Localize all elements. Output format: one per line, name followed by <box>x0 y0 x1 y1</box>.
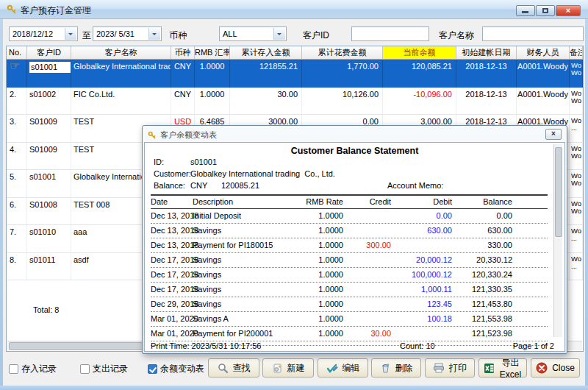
divider <box>151 194 548 196</box>
cell-currency: CNY <box>171 88 195 115</box>
statement-rate: 1.0000 <box>283 314 343 323</box>
checkbox-icon[interactable] <box>9 364 18 374</box>
edit-button[interactable]: 编辑 <box>318 358 368 377</box>
table-row[interactable]: ☞2. s01002 FIC Co.Ltd. CNY 1.0000 30.00 … <box>7 88 583 116</box>
statement-description: Payment for PI180015 <box>193 241 273 249</box>
search-button[interactable]: 查找 <box>208 358 259 377</box>
filter-checkbox[interactable]: 存入记录 <box>9 363 57 375</box>
checkbox-icon[interactable] <box>148 364 157 374</box>
column-header[interactable]: 客户ID <box>27 46 71 60</box>
total-label: Total: 8 <box>33 305 59 314</box>
date-to-value: 2023/ 5/31 <box>96 27 135 40</box>
statement-date: Mar 01, 2020 <box>151 314 198 323</box>
statement-balance: 121,553.98 <box>456 314 512 323</box>
statement-debit: 100.18 <box>395 314 452 323</box>
customer-id-input[interactable] <box>351 26 429 41</box>
chevron-down-icon[interactable] <box>148 28 160 40</box>
statement-header: DateDescriptionRMB RateCreditDebitBalanc… <box>151 196 548 209</box>
statement-rate: 1.0000 <box>283 241 343 249</box>
app-window: 客户预存订金管理 × 2018/12/12 至 2023/ 5/31 币种 AL… <box>0 0 588 390</box>
currency-value: ALL <box>223 27 237 40</box>
statement-date: Dec 13, 2018 <box>151 211 198 220</box>
close-button[interactable]: Close <box>531 358 580 377</box>
balance-statement-dialog: 客户余额变动表 × Customer Balance Statement ID:… <box>142 125 567 354</box>
column-header[interactable]: 备注 <box>570 46 583 60</box>
statement-rate: 1.0000 <box>283 211 343 220</box>
filter-checkbox[interactable]: 余额变动表 <box>148 363 204 375</box>
statement-column-header: RMB Rate <box>283 197 343 206</box>
excel-icon <box>484 363 495 374</box>
cell-total-deposit: 30.00 <box>230 88 302 115</box>
customer-table-header: No.客户ID客户名称币种RMB 汇率累计存入金额累计花费金额当前余额初始建帐日… <box>7 46 583 60</box>
date-from-combo[interactable]: 2018/12/12 <box>9 26 78 41</box>
statement-rate: 1.0000 <box>283 226 343 235</box>
statement-row: Mar 01, 2020 Payment for PI200001 1.0000… <box>151 327 548 341</box>
cell-memo: Wo... <box>570 115 583 142</box>
row-number: 6. <box>10 200 16 209</box>
row-number: 2. <box>10 90 16 99</box>
delete-button[interactable]: 删除 <box>371 358 421 377</box>
column-header[interactable]: 币种 <box>171 46 195 60</box>
vertical-scrollbar-thumb[interactable] <box>555 147 562 237</box>
statement-row: Dec 17, 2018 Savings 1.0000 20,000.12 20… <box>151 253 548 268</box>
currency-combo[interactable]: ALL <box>219 26 287 41</box>
statement-row: Dec 29, 2018 Savings 1.0000 123.45 121,4… <box>151 297 548 312</box>
column-header[interactable]: RMB 汇率 <box>195 46 230 60</box>
row-number: 8. <box>10 255 16 264</box>
statement-date: Dec 29, 2018 <box>151 299 198 308</box>
cell-rmb-rate: 1.0000 <box>195 88 230 115</box>
maximize-button[interactable] <box>536 5 555 16</box>
statement-rate: 1.0000 <box>283 285 343 294</box>
dialog-close-button[interactable]: × <box>545 129 562 140</box>
statement-description: Savings <box>193 226 221 235</box>
date-to-combo[interactable]: 2023/ 5/31 <box>93 26 162 41</box>
customer-id-label: 客户ID <box>303 29 329 42</box>
statement-balance: 121,523.98 <box>456 329 512 338</box>
statement-description: Initial Deposit <box>193 211 241 220</box>
customer-name-input[interactable] <box>482 26 584 41</box>
new-button[interactable]: 新建 <box>262 358 314 377</box>
close-window-button[interactable]: × <box>556 5 581 16</box>
customer-value: Globalkey International trading Co., Ltd… <box>190 169 335 178</box>
cell-customer-id: s01001 <box>27 170 71 197</box>
column-header[interactable]: 初始建帐日期 <box>456 46 517 60</box>
vertical-scrollbar[interactable] <box>553 144 562 337</box>
cell-open-date: 2018-12-13 <box>456 60 517 88</box>
column-header[interactable]: 累计花费金额 <box>302 46 383 60</box>
column-header[interactable]: 客户名称 <box>71 46 171 60</box>
statement-heading: Customer Balance Statement <box>145 146 564 156</box>
statement-debit: 100,000.12 <box>395 270 452 279</box>
column-header[interactable]: No. <box>7 46 27 60</box>
statement-rate: 1.0000 <box>283 299 343 308</box>
column-header[interactable]: 累计存入金额 <box>230 46 302 60</box>
statement-column-header: Debit <box>395 197 452 206</box>
statement-description: Savings <box>193 285 221 294</box>
customer-name-label: 客户名称 <box>439 29 474 42</box>
customer-label: Customer: <box>154 169 191 178</box>
excel-button[interactable]: 导出 Excel <box>478 358 527 377</box>
date-from-value: 2018/12/12 <box>12 27 53 40</box>
cell-total-spent: 1,770.00 <box>302 60 383 88</box>
cell-customer-id: S01009 <box>27 143 71 170</box>
column-header[interactable]: 当前余额 <box>383 46 456 60</box>
statement-table: DateDescriptionRMB RateCreditDebitBalanc… <box>151 196 548 346</box>
checkbox-icon[interactable] <box>80 364 90 374</box>
chevron-down-icon[interactable] <box>65 28 76 40</box>
row-number: 5. <box>10 172 16 181</box>
print-button[interactable]: 打印 <box>425 358 475 377</box>
minimize-button[interactable] <box>516 5 535 16</box>
filter-checkbox[interactable]: 支出记录 <box>80 363 128 375</box>
account-memo-label: Account Memo: <box>387 181 443 190</box>
print-time: Print Time: 2023/5/31 10:17:56 <box>151 341 261 350</box>
statement-row: Dec 17, 2018 Savings 1.0000 1,000.11 121… <box>151 283 548 297</box>
cell-memo: WoWo <box>570 170 583 197</box>
statement-balance: 630.00 <box>456 226 512 235</box>
date-range-separator: 至 <box>82 29 91 42</box>
cell-customer-id: s01011 <box>27 253 71 280</box>
chevron-down-icon[interactable] <box>273 28 285 40</box>
currency-label: 币种 <box>169 29 187 42</box>
cell-current-balance: -10,096.00 <box>383 88 456 115</box>
table-row[interactable]: ☞ s01001 Globalkey International trading… <box>7 60 583 88</box>
column-header[interactable]: 财务人员 <box>517 46 570 60</box>
statement-description: Savings A <box>193 314 229 323</box>
